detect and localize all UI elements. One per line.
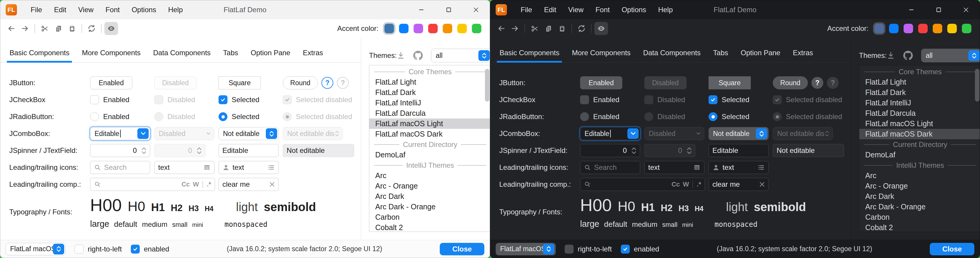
tab-more-components[interactable]: More Components <box>569 43 633 62</box>
whole-word-button[interactable]: W <box>683 180 689 188</box>
round-button[interactable]: Round <box>773 76 808 89</box>
tab-more-components[interactable]: More Components <box>79 43 143 62</box>
help-button[interactable]: ? <box>321 77 333 89</box>
download-themes-button[interactable] <box>397 51 405 60</box>
cut-button[interactable] <box>38 22 51 35</box>
accent-swatch[interactable] <box>889 24 899 33</box>
theme-list-item[interactable]: Arc - Orange <box>859 181 980 191</box>
enabled-checkbox[interactable]: enabled <box>621 245 659 253</box>
maximize-button[interactable] <box>925 0 952 19</box>
menu-edit[interactable]: Edit <box>48 0 72 19</box>
tab-basic-components[interactable]: Basic Components <box>497 43 562 62</box>
checkbox-enabled[interactable]: Enabled <box>90 95 154 104</box>
minimize-button[interactable] <box>898 0 925 19</box>
close-button[interactable]: Close <box>930 243 974 255</box>
enabled-button[interactable]: Enabled <box>580 76 622 89</box>
combobox-editable[interactable]: Editable <box>90 127 150 140</box>
textfield-editable[interactable]: Editable <box>708 144 768 157</box>
theme-list-item[interactable]: FlatLaf macOS Light <box>859 119 980 129</box>
theme-list-item[interactable]: FlatLaf Dark <box>369 87 490 98</box>
theme-list-item[interactable]: Arc Dark <box>859 191 980 202</box>
close-window-button[interactable] <box>952 0 980 19</box>
themes-filter-combobox[interactable]: all <box>431 49 490 62</box>
minimize-button[interactable] <box>408 0 435 19</box>
square-button[interactable]: Square <box>708 76 751 89</box>
accent-swatch[interactable] <box>933 24 942 33</box>
checkbox-enabled[interactable]: Enabled <box>580 95 644 104</box>
theme-list-item[interactable]: FlatLaf Dark <box>859 87 980 98</box>
theme-list-item[interactable]: Arc Dark - Orange <box>859 202 980 212</box>
theme-list-item[interactable]: FlatLaf macOS Dark <box>859 129 980 139</box>
text-field-with-person-icon[interactable]: text <box>708 161 768 174</box>
search-field[interactable]: Search <box>580 161 640 174</box>
clearable-field[interactable]: clear me <box>708 178 768 191</box>
menu-options[interactable]: Options <box>126 0 162 19</box>
regex-button[interactable]: .* <box>207 180 211 188</box>
right-to-left-checkbox[interactable]: right-to-left <box>565 245 612 253</box>
combobox-arrow-button[interactable] <box>627 128 639 139</box>
menu-edit[interactable]: Edit <box>538 0 562 19</box>
radio-selected[interactable]: Selected <box>218 112 283 121</box>
scrollbar-thumb[interactable] <box>975 69 979 101</box>
cut-button[interactable] <box>528 22 541 35</box>
spinner-arrows[interactable] <box>142 147 146 154</box>
close-window-button[interactable] <box>462 0 490 19</box>
theme-list-item[interactable]: Carbon <box>859 212 980 222</box>
search-dropdown-icon[interactable] <box>584 181 591 188</box>
search-field[interactable]: Search <box>90 161 150 174</box>
theme-list-item[interactable]: FlatLaf IntelliJ <box>859 98 980 108</box>
menu-help[interactable]: Help <box>162 0 189 19</box>
tab-tabs[interactable]: Tabs <box>220 43 241 62</box>
match-case-button[interactable]: Cc <box>181 180 190 188</box>
menu-view[interactable]: View <box>72 0 100 19</box>
theme-list-item[interactable]: FlatLaf Light <box>369 77 490 87</box>
tab-data-components[interactable]: Data Components <box>150 43 213 62</box>
forward-button[interactable] <box>508 22 522 35</box>
combobox-stepper-button[interactable] <box>756 128 767 139</box>
tab-extras[interactable]: Extras <box>300 43 326 62</box>
match-case-button[interactable]: Cc <box>671 180 680 188</box>
menu-file[interactable]: File <box>25 0 48 19</box>
theme-list-item[interactable]: Arc <box>859 170 980 181</box>
themes-filter-combobox[interactable]: all <box>921 49 980 62</box>
combobox-editable[interactable]: Editable <box>580 127 640 140</box>
theme-list-item[interactable]: DemoLaf <box>859 150 980 160</box>
inspect-toggle-button[interactable] <box>594 22 608 35</box>
regex-button[interactable]: .* <box>697 180 701 188</box>
accent-swatch[interactable] <box>457 24 467 33</box>
clearable-field[interactable]: clear me <box>218 178 278 191</box>
combobox-not-editable[interactable]: Not editable <box>218 127 278 140</box>
combobox-arrow-button[interactable] <box>137 128 149 139</box>
spinner[interactable]: 0 <box>90 144 150 157</box>
table-icon[interactable] <box>204 164 210 171</box>
theme-list-item[interactable]: FlatLaf macOS Dark <box>369 129 490 139</box>
theme-list-item[interactable]: FlatLaf macOS Light <box>369 119 490 129</box>
tab-data-components[interactable]: Data Components <box>640 43 703 62</box>
clear-icon[interactable] <box>759 182 765 187</box>
copy-button[interactable] <box>541 22 555 35</box>
accent-swatch[interactable] <box>385 24 394 33</box>
table-icon[interactable] <box>694 164 700 171</box>
square-button[interactable]: Square <box>218 76 261 89</box>
refresh-button[interactable] <box>575 22 589 35</box>
checkbox-selected[interactable]: Selected <box>708 95 773 104</box>
list-icon[interactable] <box>267 164 275 171</box>
round-button[interactable]: Round <box>283 76 318 89</box>
clear-icon[interactable] <box>269 182 275 187</box>
theme-list-item[interactable]: FlatLaf Darcula <box>859 108 980 119</box>
textfield-editable[interactable]: Editable <box>218 144 278 157</box>
theme-list-item[interactable]: FlatLaf IntelliJ <box>369 98 490 108</box>
maximize-button[interactable] <box>435 0 462 19</box>
back-button[interactable] <box>495 22 508 35</box>
menu-options[interactable]: Options <box>616 0 652 19</box>
accent-swatch[interactable] <box>947 24 957 33</box>
tab-tabs[interactable]: Tabs <box>710 43 731 62</box>
accent-swatch[interactable] <box>875 24 884 33</box>
accent-swatch[interactable] <box>414 24 423 33</box>
accent-swatch[interactable] <box>918 24 928 33</box>
paste-button[interactable] <box>65 22 79 35</box>
close-button[interactable]: Close <box>440 243 484 255</box>
help-button[interactable]: ? <box>811 77 823 89</box>
accent-swatch[interactable] <box>472 24 481 33</box>
spinner-arrows[interactable] <box>632 147 636 154</box>
